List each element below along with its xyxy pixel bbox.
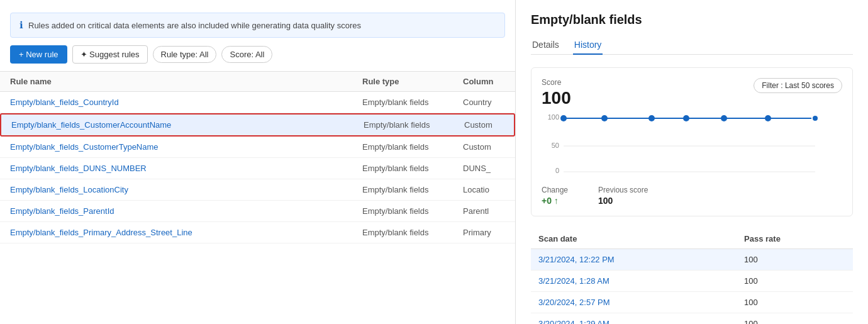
table-row[interactable]: Empty/blank_fields_CustomerTypeName Empt…	[0, 137, 515, 158]
rule-col-cell: DUNS_	[463, 164, 505, 173]
history-date-cell: 3/20/2024, 1:29 AM	[531, 313, 737, 325]
score-filter[interactable]: Score: All	[221, 46, 272, 63]
history-row[interactable]: 3/20/2024, 1:29 AM100	[531, 313, 853, 325]
change-value: +0 ↑	[542, 196, 568, 206]
suggest-rules-button[interactable]: ✦ Suggest rules	[72, 45, 148, 64]
info-text: Rules added on critical data elements ar…	[28, 21, 361, 30]
svg-text:50: 50	[552, 142, 559, 149]
rule-col-cell: Primary	[463, 228, 505, 237]
prev-score-value: 100	[598, 196, 648, 206]
rule-type-cell: Empty/blank fields	[364, 120, 464, 130]
table-row-selected[interactable]: Empty/blank_fields_CustomerAccountName E…	[0, 113, 515, 137]
svg-text:3/20: 3/20	[717, 175, 730, 176]
history-row[interactable]: 3/21/2024, 1:28 AM100	[531, 271, 853, 292]
rule-name-link[interactable]: Empty/blank_fields_CustomerAccountName	[11, 120, 364, 130]
history-row[interactable]: 3/21/2024, 12:22 PM100	[531, 249, 853, 271]
history-col-rate: Pass rate	[737, 229, 853, 249]
rule-type-filter[interactable]: Rule type: All	[153, 46, 217, 63]
rule-col-cell: Parentl	[463, 206, 505, 216]
rule-type-cell: Empty/blank fields	[362, 98, 463, 107]
rule-col-cell: Custom	[463, 142, 505, 152]
tab-details[interactable]: Details	[531, 36, 560, 55]
chart-svg-container: 100 50 0 3/15 3/18 3/	[542, 113, 842, 178]
rule-type-cell: Empty/blank fields	[362, 142, 463, 152]
rule-col-cell: Locatio	[463, 185, 505, 194]
score-label: Score	[542, 78, 571, 87]
history-rate-cell: 100	[737, 249, 853, 271]
change-block: Change +0 ↑	[542, 181, 568, 206]
rule-type-cell: Empty/blank fields	[362, 164, 463, 173]
svg-point-9	[648, 115, 655, 121]
rule-type-cell: Empty/blank fields	[362, 185, 463, 194]
svg-text:3/15: 3/15	[594, 175, 608, 176]
table-header: Rule name Rule type Column	[0, 71, 515, 92]
rule-name-link[interactable]: Empty/blank_fields_ParentId	[10, 206, 362, 216]
svg-point-10	[683, 115, 689, 121]
score-block: Score 100	[542, 78, 571, 108]
svg-text:0: 0	[555, 167, 559, 174]
rule-col-cell: Custom	[464, 120, 504, 130]
history-rate-cell: 100	[737, 271, 853, 292]
svg-text:3/21: 3/21	[774, 175, 787, 176]
table-row[interactable]: Empty/blank_fields_DUNS_NUMBER Empty/bla…	[0, 158, 515, 179]
svg-point-13	[812, 115, 818, 121]
svg-point-12	[765, 115, 771, 121]
prev-score-block: Previous score 100	[598, 181, 648, 206]
tab-history[interactable]: History	[573, 36, 603, 55]
toolbar: + New rule ✦ Suggest rules Rule type: Al…	[0, 45, 515, 71]
history-date-cell: 3/21/2024, 1:28 AM	[531, 271, 737, 292]
rule-name-link[interactable]: Empty/blank_fields_DUNS_NUMBER	[10, 164, 362, 173]
table-body: Empty/blank_fields_CountryId Empty/blank…	[0, 92, 515, 324]
history-row[interactable]: 3/20/2024, 2:57 PM100	[531, 292, 853, 313]
table-row[interactable]: Empty/blank_fields_LocationCity Empty/bl…	[0, 179, 515, 201]
svg-point-8	[601, 115, 608, 121]
rule-name-link[interactable]: Empty/blank_fields_CustomerTypeName	[10, 142, 362, 152]
left-panel: ℹ Rules added on critical data elements …	[0, 0, 516, 324]
history-table: Scan date Pass rate 3/21/2024, 12:22 PM1…	[531, 229, 853, 324]
rule-name-link[interactable]: Empty/blank_fields_CountryId	[10, 98, 362, 107]
rule-name-link[interactable]: Empty/blank_fields_LocationCity	[10, 185, 362, 194]
change-label: Change	[542, 186, 568, 194]
col-header-column: Column	[463, 77, 505, 86]
col-header-rule-type: Rule type	[362, 77, 463, 86]
prev-score-label: Previous score	[598, 186, 648, 194]
svg-point-7	[560, 115, 567, 121]
rule-name-link[interactable]: Empty/blank_fields_Primary_Address_Stree…	[10, 228, 362, 237]
history-date-cell: 3/21/2024, 12:22 PM	[531, 249, 737, 271]
score-chart: 100 50 0 3/15 3/18 3/	[542, 113, 818, 176]
info-icon: ℹ	[19, 20, 23, 31]
metrics-row: Change +0 ↑ Previous score 100	[542, 181, 842, 206]
svg-point-11	[721, 115, 727, 121]
new-rule-button[interactable]: + New rule	[10, 45, 67, 64]
history-rate-cell: 100	[737, 313, 853, 325]
col-header-rule-name: Rule name	[10, 77, 362, 86]
panel-title: Empty/blank fields	[531, 13, 853, 27]
right-panel: Empty/blank fields Details History Score…	[516, 0, 868, 324]
info-bar: ℹ Rules added on critical data elements …	[10, 13, 505, 38]
svg-text:3/18: 3/18	[651, 175, 664, 176]
rule-type-cell: Empty/blank fields	[362, 206, 463, 216]
filter-badge-button[interactable]: Filter : Last 50 scores	[754, 78, 842, 93]
tabs: Details History	[531, 36, 853, 55]
table-row[interactable]: Empty/blank_fields_ParentId Empty/blank …	[0, 201, 515, 222]
chart-section: Score 100 Filter : Last 50 scores 100 50…	[531, 67, 853, 216]
svg-text:100: 100	[548, 113, 559, 121]
chart-top: Score 100 Filter : Last 50 scores	[542, 78, 842, 108]
history-date-cell: 3/20/2024, 2:57 PM	[531, 292, 737, 313]
rule-col-cell: Country	[463, 98, 505, 107]
score-value: 100	[542, 88, 571, 108]
history-col-date: Scan date	[531, 229, 737, 249]
history-rate-cell: 100	[737, 292, 853, 313]
rule-type-cell: Empty/blank fields	[362, 228, 463, 237]
table-row[interactable]: Empty/blank_fields_Primary_Address_Stree…	[0, 222, 515, 243]
table-row[interactable]: Empty/blank_fields_CountryId Empty/blank…	[0, 92, 515, 113]
